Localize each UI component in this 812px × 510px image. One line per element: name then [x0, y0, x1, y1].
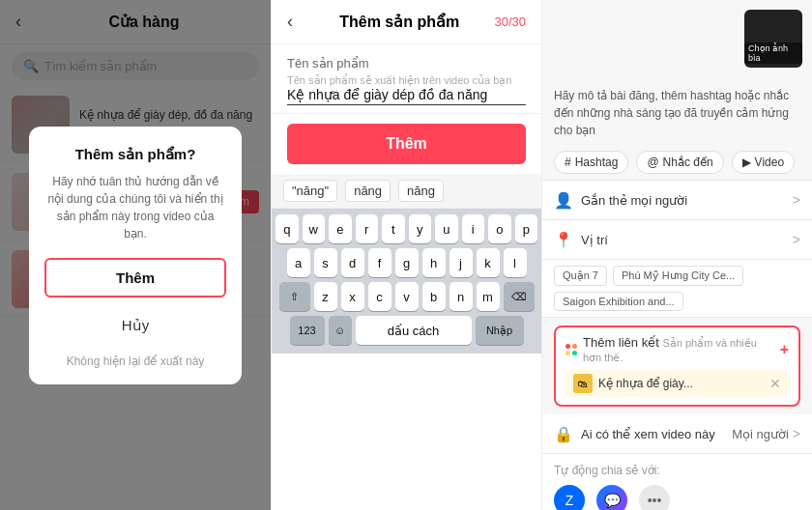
key-f[interactable]: f	[368, 248, 392, 277]
add-button-main[interactable]: Thêm	[287, 124, 526, 164]
link-label: Thêm liên kết Sản phẩm và nhiều hơn thế.	[583, 335, 774, 364]
hashtag-label: Hashtag	[575, 156, 619, 169]
video-icon: ▶	[742, 156, 751, 169]
add-product-title: Thêm sản phẩm	[304, 13, 494, 31]
mention-tag[interactable]: @ Nhắc đến	[636, 151, 723, 174]
key-b[interactable]: b	[422, 282, 446, 311]
key-m[interactable]: m	[477, 282, 500, 311]
hashtag-icon: #	[565, 156, 571, 169]
key-l[interactable]: l	[504, 248, 527, 277]
location-tag-2[interactable]: Phú Mỹ Hưng City Ce...	[613, 266, 743, 286]
modal-confirm-button[interactable]: Thêm	[44, 258, 226, 298]
key-x[interactable]: x	[341, 282, 364, 311]
key-emoji[interactable]: ☺	[329, 316, 352, 345]
key-c[interactable]: c	[368, 282, 392, 311]
chevron-right-icon: >	[793, 192, 800, 208]
keyboard: q w e r t y u i o p a s d f g h j k l ⇧ …	[272, 209, 541, 354]
key-num[interactable]: 123	[290, 316, 325, 345]
keyboard-row-4: 123 ☺ dấu cách Nhập	[276, 316, 537, 345]
hashtag-tag[interactable]: # Hashtag	[554, 151, 628, 174]
modal-overlay: Thêm sản phẩm? Hãy nhớ tuân thủ hướng dẫ…	[0, 0, 271, 510]
key-g[interactable]: g	[395, 248, 419, 277]
modal-box: Thêm sản phẩm? Hãy nhớ tuân thủ hướng dẫ…	[29, 127, 242, 384]
zalo-share-button[interactable]: Z	[554, 485, 585, 510]
key-z[interactable]: z	[314, 282, 337, 311]
privacy-label: Ai có thể xem video này	[581, 427, 732, 441]
auto-share-section: Tự động chia sẻ với: Z 💬 •••	[542, 454, 812, 510]
key-o[interactable]: o	[488, 214, 511, 243]
add-back-icon[interactable]: ‹	[287, 12, 293, 32]
dot-green	[572, 351, 577, 355]
modal-noshow-button[interactable]: Không hiện lại để xuất này	[67, 354, 205, 368]
key-j[interactable]: j	[450, 248, 473, 277]
key-r[interactable]: r	[356, 214, 379, 243]
privacy-row[interactable]: 🔒 Ai có thể xem video này Mọi người >	[542, 414, 812, 454]
key-u[interactable]: u	[435, 214, 458, 243]
key-k[interactable]: k	[477, 248, 500, 277]
shop-panel: ‹ Cửa hàng 🔍 Tìm kiếm sản phẩm Kệ nhựa đ…	[0, 0, 271, 510]
location-tag-1[interactable]: Quận 7	[554, 266, 607, 286]
dots-icon	[566, 344, 577, 355]
modal-description: Hãy nhớ tuân thủ hướng dẫn về nội dung c…	[44, 173, 226, 242]
location-row[interactable]: 📍 Vị trí >	[542, 220, 812, 260]
post-description[interactable]: Hãy mô tả bài đăng, thêm hashtag hoặc nh…	[542, 77, 812, 145]
tag-people-row[interactable]: 👤 Gắn thẻ mọi người >	[542, 181, 812, 220]
keyboard-row-2: a s d f g h j k l	[276, 248, 537, 277]
key-n[interactable]: n	[450, 282, 473, 311]
key-h[interactable]: h	[422, 248, 446, 277]
post-image[interactable]: Chọn ảnh bìa	[744, 10, 802, 68]
keyboard-suggestions: "năng" năng năng	[272, 174, 541, 209]
add-link-button[interactable]: +	[780, 341, 789, 358]
product-icon: 🛍	[573, 374, 593, 393]
dot-red	[566, 344, 570, 349]
key-p[interactable]: p	[515, 214, 538, 243]
linked-product: 🛍 Kệ nhựa để giày... ✕	[566, 370, 789, 397]
more-share-button[interactable]: •••	[639, 485, 670, 510]
key-shift[interactable]: ⇧	[279, 282, 310, 311]
location-tag-3[interactable]: Saigon Exhibition and...	[554, 292, 683, 311]
key-w[interactable]: w	[303, 214, 326, 243]
char-counter: 30/30	[494, 14, 526, 29]
location-icon: 📍	[554, 230, 573, 249]
key-e[interactable]: e	[329, 214, 352, 243]
tag-row: # Hashtag @ Nhắc đến ▶ Video	[542, 145, 812, 181]
linked-product-name: Kệ nhựa để giày...	[598, 377, 764, 390]
field-label: Tên sản phẩm	[287, 56, 526, 71]
lock-icon: 🔒	[554, 424, 573, 443]
key-space[interactable]: dấu cách	[356, 316, 472, 345]
suggestion-2[interactable]: năng	[345, 180, 391, 202]
dot-yellow	[566, 351, 570, 355]
mention-icon: @	[647, 156, 658, 169]
add-product-panel: ‹ Thêm sản phẩm 30/30 Tên sản phẩm Tên s…	[271, 0, 541, 510]
post-image-label: Chọn ảnh bìa	[744, 42, 802, 64]
key-enter[interactable]: Nhập	[476, 316, 524, 345]
key-v[interactable]: v	[395, 282, 419, 311]
key-q[interactable]: q	[276, 214, 299, 243]
key-d[interactable]: d	[341, 248, 364, 277]
key-delete[interactable]: ⌫	[504, 282, 535, 311]
key-s[interactable]: s	[314, 248, 337, 277]
privacy-value: Mọi người	[732, 427, 789, 441]
key-a[interactable]: a	[287, 248, 310, 277]
suggestion-3[interactable]: năng	[398, 180, 444, 202]
auto-share-title: Tự động chia sẻ với:	[554, 464, 800, 477]
mention-label: Nhắc đến	[663, 156, 713, 169]
video-label: Video	[755, 156, 784, 169]
field-subtext: Tên sản phẩm sẽ xuất hiện trên video của…	[287, 74, 526, 87]
product-name-section: Tên sản phẩm Tên sản phẩm sẽ xuất hiện t…	[272, 44, 541, 114]
location-label: Vị trí	[581, 233, 793, 247]
modal-cancel-button[interactable]: Hủy	[44, 309, 226, 342]
key-i[interactable]: i	[462, 214, 485, 243]
suggestion-1[interactable]: "năng"	[283, 180, 337, 202]
chevron-right-icon-2: >	[793, 232, 800, 247]
remove-link-button[interactable]: ✕	[769, 376, 781, 391]
add-product-header: ‹ Thêm sản phẩm 30/30	[272, 0, 541, 44]
tag-people-label: Gắn thẻ mọi người	[581, 193, 793, 208]
keyboard-row-1: q w e r t y u i o p	[276, 214, 537, 243]
key-y[interactable]: y	[409, 214, 432, 243]
video-tag[interactable]: ▶ Video	[732, 151, 795, 174]
person-icon: 👤	[554, 190, 573, 210]
key-t[interactable]: t	[382, 214, 405, 243]
messenger-share-button[interactable]: 💬	[596, 485, 627, 510]
product-name-input[interactable]: Kệ nhựa để giày dép đồ đa năng	[287, 87, 526, 105]
